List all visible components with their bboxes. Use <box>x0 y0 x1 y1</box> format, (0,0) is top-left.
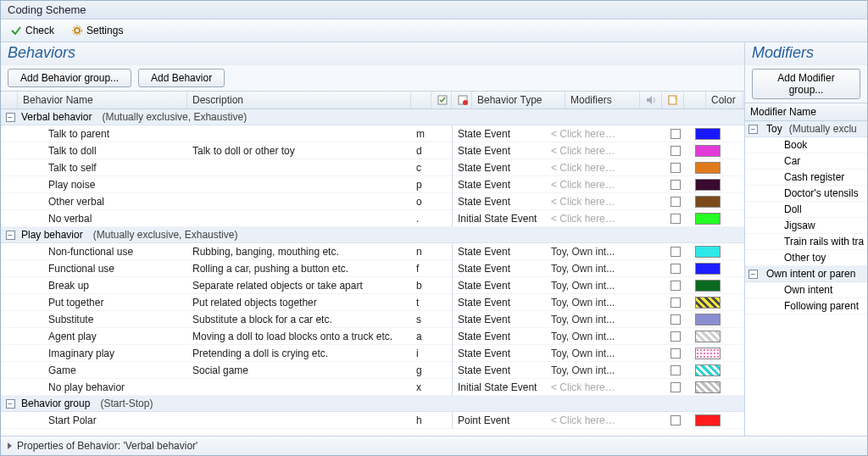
modifier-item[interactable]: Other toy <box>745 250 867 266</box>
color-swatch[interactable] <box>695 162 721 174</box>
modifier-item[interactable]: Cash register <box>745 170 867 186</box>
modifier-item[interactable]: Car <box>745 153 867 170</box>
color-swatch[interactable] <box>695 381 721 393</box>
behavior-group-row[interactable]: −Verbal behavior(Mutually exclusive, Exh… <box>1 109 744 125</box>
behavior-modifiers[interactable]: Toy, Own int... <box>546 245 620 259</box>
behavior-modifiers[interactable]: Toy, Own int... <box>546 296 620 309</box>
col-behavior-type[interactable]: Behavior Type <box>472 92 565 108</box>
behavior-row[interactable]: No verbal.Initial State Event< Click her… <box>1 210 744 227</box>
modifier-item[interactable]: Book <box>745 137 867 153</box>
behavior-modifiers[interactable]: < Click here t... <box>546 178 620 192</box>
col-icon-b[interactable] <box>452 92 472 108</box>
behavior-checkbox[interactable] <box>670 247 681 257</box>
behavior-row[interactable]: GameSocial gamegState EventToy, Own int.… <box>1 362 744 379</box>
add-behavior-group-button[interactable]: Add Behavior group... <box>8 69 131 87</box>
behavior-checkbox[interactable] <box>670 146 681 156</box>
behavior-modifiers[interactable]: Toy, Own int... <box>546 347 620 360</box>
collapse-icon[interactable]: − <box>6 113 15 122</box>
behavior-modifiers[interactable]: < Click here t... <box>546 212 620 225</box>
col-sound-icon[interactable] <box>640 92 662 108</box>
behavior-row[interactable]: Put togetherPut related objects together… <box>1 294 744 311</box>
behavior-modifiers[interactable]: Toy, Own int... <box>546 262 620 275</box>
behavior-checkbox[interactable] <box>670 197 681 207</box>
behavior-row[interactable]: Agent playMoving a doll to load blocks o… <box>1 328 744 345</box>
color-swatch[interactable] <box>695 414 721 426</box>
behavior-modifiers[interactable]: < Click here t... <box>546 414 620 427</box>
color-swatch[interactable] <box>695 280 721 292</box>
behavior-checkbox[interactable] <box>670 314 681 325</box>
behavior-checkbox[interactable] <box>670 129 681 139</box>
behavior-modifiers[interactable]: Toy, Own int... <box>546 330 620 343</box>
behavior-row[interactable]: Talk to dollTalk to doll or other toydSt… <box>1 142 744 159</box>
behavior-checkbox[interactable] <box>670 382 681 392</box>
col-description[interactable]: Description <box>187 92 411 108</box>
color-swatch[interactable] <box>695 179 721 191</box>
color-swatch[interactable] <box>695 246 721 258</box>
color-swatch[interactable] <box>695 297 721 309</box>
modifier-item[interactable]: Own intent <box>745 282 867 298</box>
collapse-icon[interactable]: − <box>748 270 758 279</box>
modifier-item[interactable]: Doll <box>745 202 867 218</box>
behavior-row[interactable]: Other verbaloState Event< Click here t..… <box>1 193 744 210</box>
col-note-icon[interactable] <box>662 92 684 108</box>
behavior-modifiers[interactable]: < Click here t... <box>546 381 620 394</box>
behavior-row[interactable]: Start PolarhPoint Event< Click here t... <box>1 412 744 429</box>
behavior-checkbox[interactable] <box>670 214 681 224</box>
modifier-item[interactable]: Jigsaw <box>745 218 867 234</box>
add-behavior-button[interactable]: Add Behavior <box>138 69 225 87</box>
modifier-item[interactable]: Doctor's utensils <box>745 186 867 202</box>
behavior-group-row[interactable]: −Play behavior(Mutually exclusive, Exhau… <box>1 227 744 243</box>
behavior-row[interactable]: SubstituteSubstitute a block for a car e… <box>1 311 744 328</box>
behavior-modifiers[interactable]: < Click here t... <box>546 144 620 158</box>
behavior-row[interactable]: Talk to selfcState Event< Click here t..… <box>1 159 744 176</box>
behavior-group-row[interactable]: −Behavior group(Start-Stop) <box>1 396 744 412</box>
color-swatch[interactable] <box>695 331 721 342</box>
collapse-icon[interactable]: − <box>6 231 15 240</box>
behavior-checkbox[interactable] <box>670 415 681 425</box>
col-modifier-name[interactable]: Modifier Name <box>745 103 867 121</box>
behavior-row[interactable]: Non-functional useRubbing, banging, mout… <box>1 243 744 260</box>
behavior-modifiers[interactable]: < Click here t... <box>546 195 620 209</box>
color-swatch[interactable] <box>695 364 721 376</box>
collapse-icon[interactable]: − <box>748 125 758 134</box>
behavior-row[interactable]: Functional useRolling a car, pushing a b… <box>1 260 744 277</box>
modifier-item[interactable]: Following parent <box>745 298 867 314</box>
color-swatch[interactable] <box>695 314 721 325</box>
modifier-group-row[interactable]: −Own intent or paren <box>745 266 867 282</box>
behavior-row[interactable]: Break upSeparate related objects or take… <box>1 277 744 294</box>
properties-bar[interactable]: Properties of Behavior: 'Verbal behavior… <box>1 436 867 455</box>
collapse-icon[interactable]: − <box>6 399 15 409</box>
behavior-checkbox[interactable] <box>670 298 681 308</box>
behavior-row[interactable]: Play noisepState Event< Click here t... <box>1 176 744 193</box>
color-swatch[interactable] <box>695 213 721 225</box>
modifier-tree[interactable]: −Toy(Mutually excluBookCarCash registerD… <box>745 121 867 436</box>
behavior-modifiers[interactable]: Toy, Own int... <box>546 279 620 292</box>
col-icon-a[interactable] <box>431 92 452 108</box>
behavior-checkbox[interactable] <box>670 365 681 375</box>
behavior-checkbox[interactable] <box>670 281 681 291</box>
color-swatch[interactable] <box>695 128 721 140</box>
behavior-modifiers[interactable]: < Click here t... <box>546 127 620 141</box>
behavior-checkbox[interactable] <box>670 331 681 342</box>
behavior-checkbox[interactable] <box>670 348 681 359</box>
color-swatch[interactable] <box>695 348 721 359</box>
behavior-modifiers[interactable]: < Click here t... <box>546 161 620 175</box>
behavior-modifiers[interactable]: Toy, Own int... <box>546 313 620 326</box>
modifier-item[interactable]: Train rails with tra <box>745 234 867 250</box>
add-modifier-group-button[interactable]: Add Modifier group... <box>752 69 860 99</box>
col-behavior-name[interactable]: Behavior Name <box>18 92 187 108</box>
behavior-checkbox[interactable] <box>670 163 681 173</box>
col-modifiers[interactable]: Modifiers <box>565 92 640 108</box>
settings-button[interactable]: Settings <box>67 22 127 39</box>
behavior-tree[interactable]: −Verbal behavior(Mutually exclusive, Exh… <box>1 109 744 436</box>
behavior-checkbox[interactable] <box>670 264 681 274</box>
color-swatch[interactable] <box>695 196 721 208</box>
color-swatch[interactable] <box>695 263 721 275</box>
behavior-checkbox[interactable] <box>670 180 681 190</box>
behavior-row[interactable]: Imaginary playPretending a doll is cryin… <box>1 345 744 362</box>
behavior-row[interactable]: Talk to parentmState Event< Click here t… <box>1 125 744 142</box>
col-color[interactable]: Color <box>706 92 743 108</box>
color-swatch[interactable] <box>695 145 721 157</box>
behavior-modifiers[interactable]: Toy, Own int... <box>546 364 620 377</box>
modifier-group-row[interactable]: −Toy(Mutually exclu <box>745 121 867 137</box>
